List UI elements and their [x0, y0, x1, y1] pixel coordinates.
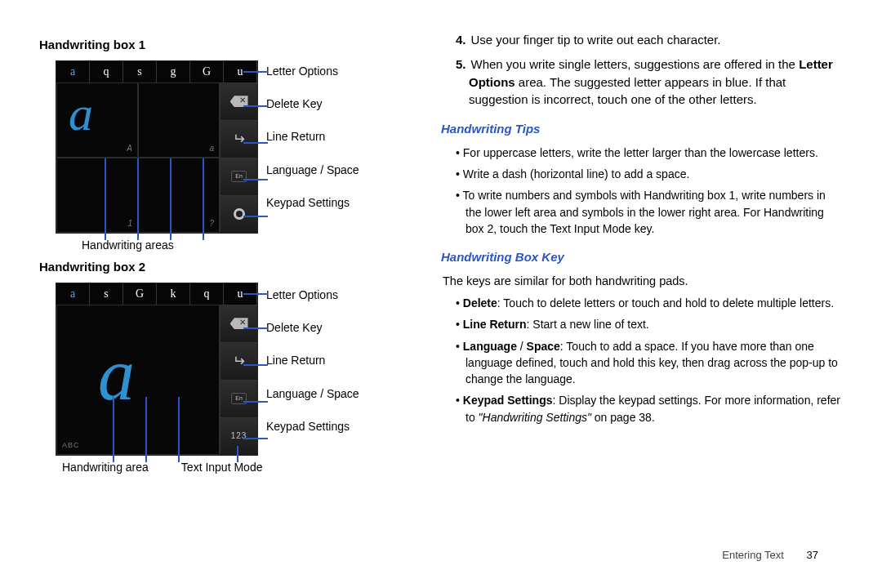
footer-section: Entering Text	[722, 549, 784, 561]
letter-option: k	[157, 283, 190, 305]
mode-123-icon: 123	[231, 430, 247, 443]
quadrant-lower: a	[138, 82, 220, 158]
delete-key[interactable]	[220, 82, 257, 120]
step-5: 5.When you write single letters, suggest…	[456, 56, 843, 109]
letter-option: a	[56, 283, 90, 305]
key-desc-delete: Delete: Touch to delete letters or touch…	[456, 295, 843, 311]
letter-options-strip-2: a s G k q u	[56, 283, 257, 305]
letter-option: G	[123, 283, 157, 305]
label-line-return: Line Return	[266, 352, 359, 368]
delete-icon	[230, 96, 248, 107]
language-space-key[interactable]: En	[220, 380, 257, 417]
label-handwriting-areas: Handwriting areas	[82, 237, 423, 253]
letter-options-strip-1: a q s g G u	[56, 61, 257, 83]
letter-option: a	[56, 61, 90, 82]
key-desc-language-space: Language / Space: Touch to add a space. …	[456, 338, 843, 388]
delete-icon	[230, 318, 248, 329]
key-desc-keypad-settings: Keypad Settings: Display the keypad sett…	[456, 392, 843, 425]
line-return-key[interactable]: ↵	[220, 342, 257, 380]
handwriting-box-2: a s G k q u ABC a ↵ En 123	[56, 283, 423, 456]
label-letter-options: Letter Options	[266, 287, 359, 303]
label-keypad-settings: Keypad Settings	[266, 194, 359, 211]
label-handwriting-area: Handwriting area	[62, 459, 149, 475]
label-language-space: Language / Space	[266, 162, 359, 178]
handwriting-single-area: ABC a	[56, 305, 220, 455]
letter-option: q	[90, 61, 123, 82]
language-space-key[interactable]: En	[220, 158, 257, 195]
quadrant-symbols: ?	[138, 158, 220, 233]
footer-page-number: 37	[807, 549, 818, 561]
language-icon: En	[231, 171, 247, 182]
page-footer: Entering Text 37	[722, 548, 818, 564]
return-icon: ↵	[233, 350, 245, 372]
gear-icon	[234, 208, 245, 220]
label-keypad-settings: Keypad Settings	[266, 418, 359, 434]
tip-item: For uppercase letters, write the letter …	[456, 145, 843, 161]
handwriting-quadrants: A a a 1 ?	[56, 82, 220, 233]
boxkey-intro: The keys are similar for both handwritin…	[443, 273, 843, 290]
language-icon: En	[231, 393, 247, 404]
line-return-key[interactable]: ↵	[220, 120, 257, 158]
letter-option: G	[190, 61, 224, 82]
delete-key[interactable]	[220, 305, 257, 342]
letter-option: u	[224, 283, 257, 305]
letter-option: q	[190, 283, 224, 305]
return-icon: ↵	[233, 128, 245, 149]
letter-option: u	[224, 61, 257, 82]
label-letter-options: Letter Options	[266, 63, 359, 79]
quadrant-numbers: 1	[56, 158, 138, 233]
text-input-mode-key[interactable]: 123	[220, 417, 257, 455]
handwriting-stroke: a	[98, 322, 135, 429]
box2-title: Handwriting box 2	[39, 258, 423, 276]
handwriting-tips-heading: Handwriting Tips	[441, 120, 843, 138]
label-language-space: Language / Space	[266, 385, 359, 402]
keypad-settings-key[interactable]	[220, 195, 257, 233]
letter-option: s	[90, 283, 123, 305]
handwriting-stroke: a	[69, 78, 93, 149]
box1-title: Handwriting box 1	[39, 36, 423, 54]
label-delete: Delete Key	[266, 319, 359, 336]
quadrant-upper: A a	[56, 82, 138, 158]
tip-item: Write a dash (horizontal line) to add a …	[456, 166, 843, 182]
letter-option: s	[123, 61, 157, 82]
handwriting-box-1: a q s g G u A a a 1	[56, 60, 423, 234]
step-4: 4.Use your finger tip to write out each …	[456, 31, 843, 49]
letter-option: g	[157, 61, 190, 82]
key-desc-line-return: Line Return: Start a new line of text.	[456, 316, 843, 332]
tip-item: To write numbers and symbols with Handwr…	[456, 187, 843, 237]
label-text-input-mode: Text Input Mode	[181, 459, 263, 475]
handwriting-box-key-heading: Handwriting Box Key	[441, 248, 843, 266]
label-delete: Delete Key	[266, 96, 359, 112]
label-line-return: Line Return	[266, 128, 359, 145]
